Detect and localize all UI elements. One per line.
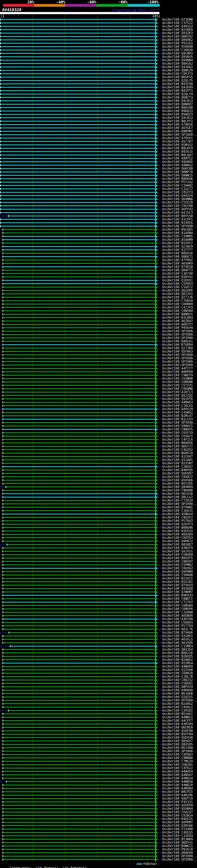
row-label[interactable]: UniRef100_A7F002 xyxy=(162,258,193,262)
row-label[interactable]: UniRef100_C2BSG7 xyxy=(162,465,193,468)
hit-bar[interactable] xyxy=(3,598,156,599)
row-label[interactable]: UniRef100_C4DSS5 xyxy=(162,831,193,834)
hit-bar[interactable] xyxy=(3,629,156,630)
row-label[interactable]: UniRef100_B4RL61 xyxy=(162,340,193,343)
row-label[interactable]: UniRef100_C6MGP6 xyxy=(162,607,193,611)
row-label[interactable]: UniRef100_Q4PG29 xyxy=(162,407,193,411)
row-label[interactable]: UniRef100_UPI000.. xyxy=(162,421,197,424)
hit-bar[interactable] xyxy=(3,771,156,772)
row-label[interactable]: UniRef100_Q6CMI0 xyxy=(162,726,193,729)
hit-bar[interactable] xyxy=(3,676,156,677)
row-label[interactable]: UniRef100_B0CPI5 xyxy=(162,790,193,794)
hit-bar[interactable] xyxy=(3,334,156,335)
hit-bar[interactable] xyxy=(3,703,156,704)
hit-bar[interactable] xyxy=(3,459,156,460)
hit-bar[interactable] xyxy=(1,158,156,159)
row-label[interactable]: UniRef100_P57142 xyxy=(162,180,193,184)
row-label[interactable]: UniRef100_B9L8D5 xyxy=(162,228,193,231)
hit-bar[interactable] xyxy=(3,808,156,809)
hit-bar[interactable] xyxy=(3,456,156,457)
row-label[interactable]: UniRef100_B7UDD4 xyxy=(162,343,193,346)
hit-bar[interactable] xyxy=(1,26,156,27)
row-label[interactable]: UniRef100_Q6KCR0 xyxy=(162,167,193,170)
row-label[interactable]: UniRef100_A4MZB4 xyxy=(162,787,193,790)
hit-bar[interactable] xyxy=(3,473,156,474)
hit-bar[interactable] xyxy=(1,121,156,122)
hit-bar[interactable] xyxy=(3,520,156,521)
row-label[interactable]: UniRef100_Q9LM03 xyxy=(162,52,193,55)
row-label[interactable]: UniRef100_C5DE81 xyxy=(162,682,193,685)
row-label[interactable]: UniRef100_UPI000.. xyxy=(162,330,197,333)
row-label[interactable]: UniRef100_B2VQE0 xyxy=(162,28,193,31)
hit-bar[interactable] xyxy=(1,87,156,88)
hit-bar[interactable] xyxy=(3,588,156,589)
hit-bar[interactable] xyxy=(3,835,156,836)
row-label[interactable]: UniRef100_C1SME4 xyxy=(162,645,193,648)
hit-bar[interactable] xyxy=(3,757,156,758)
hit-bar[interactable] xyxy=(7,781,156,782)
hit-bar[interactable] xyxy=(3,720,156,721)
row-label[interactable]: UniRef100_A9WVD9 xyxy=(162,665,193,668)
hit-bar[interactable] xyxy=(1,155,156,155)
hit-bar[interactable] xyxy=(1,97,156,98)
hit-bar[interactable] xyxy=(3,754,156,755)
hit-bar[interactable] xyxy=(3,371,156,372)
row-label[interactable]: UniRef100_C4JJV3 xyxy=(162,306,193,309)
hit-bar[interactable] xyxy=(10,646,156,647)
hit-bar[interactable] xyxy=(3,385,156,386)
row-label[interactable]: UniRef100_Q7VHW1 xyxy=(162,505,193,509)
hit-bar[interactable] xyxy=(3,734,156,735)
row-label[interactable]: UniRef100_A9M4E3 xyxy=(162,401,193,404)
row-label[interactable]: UniRef100_Q1E051 xyxy=(162,279,193,282)
hit-bar[interactable] xyxy=(3,266,156,267)
row-label[interactable]: UniRef100_UPI000.. xyxy=(162,356,197,360)
hit-bar[interactable] xyxy=(1,137,156,138)
row-label[interactable]: UniRef100_Q058E7 xyxy=(162,543,193,546)
hit-bar[interactable] xyxy=(3,713,156,714)
row-label[interactable]: UniRef100_Q27JK0 xyxy=(162,346,193,350)
hit-bar[interactable] xyxy=(1,46,156,47)
hit-bar[interactable] xyxy=(3,283,156,284)
row-label[interactable]: UniRef100_A9U0A5 xyxy=(162,160,193,163)
row-label[interactable]: UniRef100_UPI000.. xyxy=(162,858,197,861)
hit-bar[interactable] xyxy=(1,114,156,115)
row-label[interactable]: UniRef100_A4NXE4 xyxy=(162,770,193,773)
hit-bar[interactable] xyxy=(1,192,156,193)
hit-bar[interactable] xyxy=(3,304,156,305)
row-label[interactable]: UniRef100_C7I7A7 xyxy=(162,600,193,604)
hit-bar[interactable] xyxy=(3,243,156,244)
hit-bar[interactable] xyxy=(1,84,156,84)
hit-bar[interactable] xyxy=(3,280,156,281)
row-label[interactable]: UniRef100_Q0I3P2 xyxy=(162,292,193,296)
row-label[interactable]: UniRef100_B8LPY2 xyxy=(162,120,193,123)
row-label[interactable]: UniRef100_C5TIV1 xyxy=(162,384,193,387)
hit-bar[interactable] xyxy=(3,290,156,291)
row-label[interactable]: UniRef100_B2AWS2 xyxy=(162,658,193,661)
hit-bar[interactable] xyxy=(1,134,156,135)
hit-bar[interactable] xyxy=(3,652,156,653)
hit-bar[interactable] xyxy=(3,744,156,745)
hit-bar[interactable] xyxy=(1,66,156,67)
hit-bar[interactable] xyxy=(3,259,156,260)
hit-bar[interactable] xyxy=(3,622,156,623)
hit-bar[interactable] xyxy=(3,795,156,796)
hit-bar[interactable] xyxy=(1,168,156,169)
hit-bar[interactable] xyxy=(1,56,156,57)
row-label[interactable]: UniRef100_UPI000.. xyxy=(162,353,197,356)
row-label[interactable]: UniRef100_UPI000.. xyxy=(162,699,197,702)
hit-bar[interactable] xyxy=(3,615,156,616)
hit-bar[interactable] xyxy=(3,527,156,528)
row-label[interactable]: UniRef100_A9IKD8 xyxy=(162,587,193,590)
row-label[interactable]: UniRef100_C9MDN0 xyxy=(162,756,193,760)
hit-bar[interactable] xyxy=(3,568,156,569)
hit-bar[interactable] xyxy=(1,202,156,203)
hit-bar[interactable] xyxy=(3,558,156,559)
hit-bar[interactable] xyxy=(3,405,156,406)
hit-bar[interactable] xyxy=(1,70,156,71)
row-label[interactable]: UniRef100_Q9KHC5 xyxy=(162,424,193,428)
row-label[interactable]: UniRef100_B5FFR4 xyxy=(162,733,193,736)
row-label[interactable]: UniRef100_B3GY43 xyxy=(162,529,193,533)
row-label[interactable]: UniRef100_C9WZY9 xyxy=(162,373,193,377)
hit-bar[interactable] xyxy=(3,625,156,626)
hit-bar[interactable] xyxy=(3,229,156,230)
